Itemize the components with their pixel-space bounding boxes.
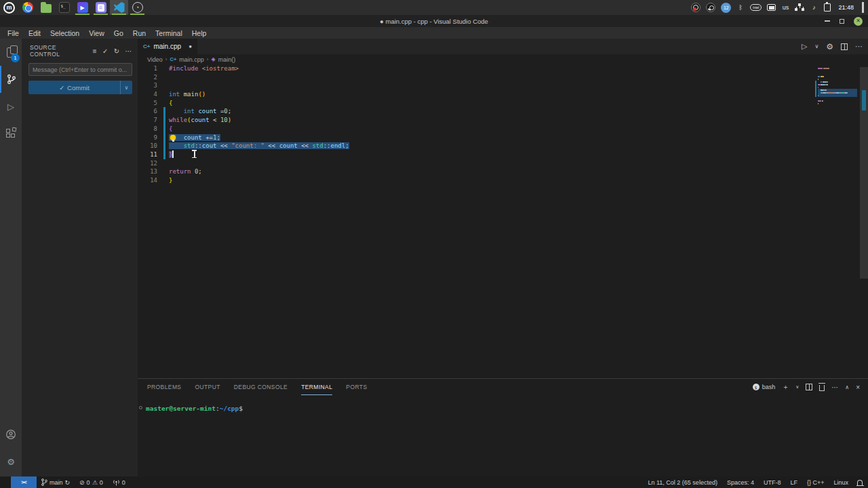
commit-dropdown[interactable]: ∨ bbox=[120, 81, 132, 94]
status-os-indicator[interactable]: Linux bbox=[829, 476, 853, 488]
more-actions-icon[interactable]: ⋯ bbox=[855, 42, 863, 51]
tray-battery-icon[interactable] bbox=[767, 2, 776, 13]
settings-button[interactable]: ⚙ bbox=[0, 448, 22, 475]
sidebar-item-extensions[interactable] bbox=[0, 120, 22, 147]
code-line-9[interactable]: 9 count +=1; bbox=[138, 134, 868, 142]
scm-commit-icon[interactable]: ✓ bbox=[102, 47, 108, 55]
code-text: return 0; bbox=[169, 167, 202, 176]
warnings-icon: ⚠ bbox=[92, 479, 98, 486]
panel-tab-problems[interactable]: PROBLEMS bbox=[147, 379, 181, 395]
code-line-14[interactable]: 14} bbox=[138, 176, 868, 185]
split-editor-icon[interactable] bbox=[841, 43, 848, 50]
branch-indicator[interactable]: main ↻ bbox=[37, 476, 75, 488]
status-cursor-position[interactable]: Ln 11, Col 2 (65 selected) bbox=[644, 476, 722, 488]
terminal[interactable]: master@server-mint:~/cpp$ bbox=[138, 395, 868, 412]
tab-main-cpp[interactable]: C+ main.cpp ● bbox=[138, 39, 197, 54]
breadcrumb-item[interactable]: main.cpp bbox=[179, 56, 204, 63]
panel-tab-output[interactable]: OUTPUT bbox=[195, 379, 220, 395]
taskbar-video-player[interactable]: ▶ bbox=[73, 0, 92, 15]
taskbar-chrome[interactable] bbox=[18, 0, 37, 15]
code-line-8[interactable]: 8{ bbox=[138, 125, 868, 134]
taskbar-vscode[interactable] bbox=[110, 0, 128, 15]
notifications-bell-icon[interactable] bbox=[857, 480, 863, 485]
code-line-11[interactable]: 11} bbox=[138, 150, 868, 159]
minimize-button[interactable] bbox=[825, 20, 830, 22]
problems-indicator[interactable]: ⊘ 0 ⚠ 0 bbox=[75, 476, 108, 488]
minimap[interactable] bbox=[818, 67, 857, 105]
terminal-shell-item[interactable]: $ bash bbox=[753, 384, 776, 390]
accounts-button[interactable] bbox=[0, 421, 22, 448]
run-settings-gear-icon[interactable]: ⚙ bbox=[826, 42, 833, 52]
taskbar-notes-app[interactable] bbox=[92, 0, 110, 15]
close-button[interactable]: ✕ bbox=[854, 17, 863, 26]
clock[interactable]: 21:48 bbox=[838, 4, 854, 11]
show-desktop-button[interactable] bbox=[862, 2, 864, 13]
split-terminal-icon[interactable] bbox=[806, 384, 812, 390]
panel-tab-debug-console[interactable]: DEBUG CONSOLE bbox=[234, 379, 288, 395]
menu-selection[interactable]: Selection bbox=[45, 29, 84, 37]
close-panel-icon[interactable]: × bbox=[856, 384, 860, 391]
tray-network-icon[interactable] bbox=[795, 2, 804, 13]
tray-keyboard-layout-icon[interactable]: us bbox=[781, 2, 789, 13]
ports-indicator[interactable]: 0 bbox=[108, 476, 130, 488]
sidebar-item-explorer[interactable]: 1 bbox=[0, 39, 22, 66]
panel-tab-ports[interactable]: PORTS bbox=[346, 379, 367, 395]
taskbar-mint-menu[interactable]: m bbox=[0, 0, 18, 15]
code-line-7[interactable]: 7while(count < 10) bbox=[138, 116, 868, 125]
tray-updates-badge-icon[interactable]: 12 bbox=[721, 2, 731, 13]
code-line-10[interactable]: 10 std::cout << "count: " << count << st… bbox=[138, 142, 868, 150]
taskbar-terminal-app[interactable]: $_ bbox=[55, 0, 73, 15]
lightbulb-icon[interactable] bbox=[170, 135, 176, 140]
menu-edit[interactable]: Edit bbox=[24, 29, 45, 37]
scm-more-icon[interactable]: ⋯ bbox=[125, 47, 132, 55]
kill-terminal-icon[interactable] bbox=[819, 385, 825, 391]
status-encoding[interactable]: UTF-8 bbox=[759, 476, 786, 488]
menu-file[interactable]: File bbox=[3, 29, 24, 37]
run-dropdown-icon[interactable]: ∨ bbox=[814, 43, 818, 49]
open-app-indicator bbox=[94, 14, 108, 15]
code-line-2[interactable]: 2 bbox=[138, 73, 868, 82]
remote-indicator[interactable]: >< bbox=[11, 476, 37, 488]
new-terminal-icon[interactable]: ＋ bbox=[782, 382, 789, 392]
code-line-5[interactable]: 5{ bbox=[138, 99, 868, 108]
panel-more-icon[interactable]: ⋯ bbox=[831, 384, 838, 391]
code-line-4[interactable]: 4int main() bbox=[138, 90, 868, 99]
code-line-3[interactable]: 3 bbox=[138, 81, 868, 90]
breadcrumb-item[interactable]: main() bbox=[218, 56, 236, 63]
scm-view-icon[interactable]: ≡ bbox=[93, 47, 97, 55]
tray-intel-icon[interactable]: intel bbox=[750, 2, 762, 13]
sidebar-item-run-debug[interactable]: ▷ bbox=[0, 93, 22, 120]
scm-refresh-icon[interactable]: ↻ bbox=[114, 47, 120, 55]
tray-clipboard-icon[interactable] bbox=[823, 2, 831, 13]
menu-go[interactable]: Go bbox=[109, 29, 128, 37]
maximize-panel-icon[interactable]: ∧ bbox=[845, 384, 849, 390]
code-line-13[interactable]: 13return 0; bbox=[138, 167, 868, 176]
status-language-mode[interactable]: {} C++ bbox=[802, 476, 829, 488]
sidebar-item-source-control[interactable] bbox=[0, 66, 22, 93]
menu-help[interactable]: Help bbox=[187, 29, 212, 37]
menu-terminal[interactable]: Terminal bbox=[151, 29, 187, 37]
run-file-icon[interactable]: ▷ bbox=[802, 42, 807, 51]
code-line-12[interactable]: 12 bbox=[138, 159, 868, 168]
status-eol[interactable]: LF bbox=[785, 476, 802, 488]
terminal-dropdown-icon[interactable]: ∨ bbox=[795, 384, 799, 390]
restore-button[interactable] bbox=[840, 19, 844, 24]
code-editor[interactable]: 1#include <iostream>234int main()5{6 int… bbox=[138, 64, 868, 185]
breadcrumb[interactable]: Video›C+main.cpp›◈main() bbox=[138, 54, 868, 64]
menu-run[interactable]: Run bbox=[128, 29, 151, 37]
taskbar-file-manager[interactable] bbox=[37, 0, 55, 15]
menu-view[interactable]: View bbox=[84, 29, 109, 37]
status-indentation[interactable]: Spaces: 4 bbox=[722, 476, 759, 488]
breadcrumb-item[interactable]: Video bbox=[147, 56, 163, 63]
tray-steam-tray-icon[interactable] bbox=[706, 2, 715, 13]
commit-message-input[interactable]: Message (Ctrl+Enter to commit o... bbox=[28, 63, 132, 76]
taskbar-obs-studio[interactable]: ◔ bbox=[128, 0, 146, 15]
tray-bluetooth-icon[interactable]: ᛒ bbox=[736, 2, 745, 13]
code-line-6[interactable]: 6 int count =0; bbox=[138, 107, 868, 116]
tray-obs-tray-icon[interactable] bbox=[691, 2, 701, 13]
tray-sound-icon[interactable]: ♪ bbox=[810, 2, 818, 13]
code-line-1[interactable]: 1#include <iostream> bbox=[138, 64, 868, 73]
panel-tab-terminal[interactable]: TERMINAL bbox=[301, 379, 332, 395]
dirty-indicator[interactable]: ● bbox=[189, 43, 192, 49]
commit-button[interactable]: ✓ Commit ∨ bbox=[28, 81, 132, 94]
